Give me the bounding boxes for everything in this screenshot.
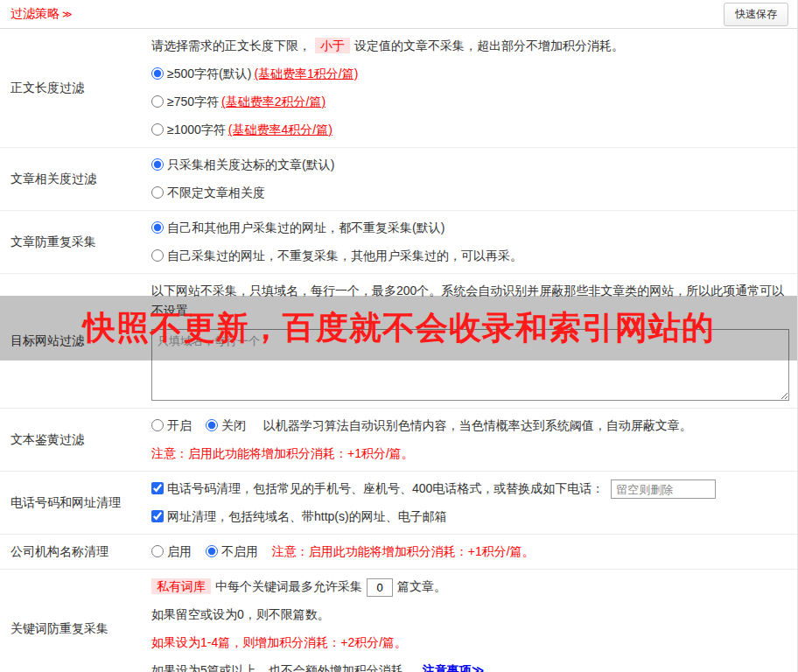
- private-vocab-highlight: 私有词库: [151, 578, 211, 594]
- dedup-radio-all-users[interactable]: [151, 221, 164, 234]
- length-option-1000-fee-link[interactable]: (基础费率4积分/篇): [228, 122, 332, 136]
- company-clean-line: 启用 不启用 注意：启用此功能将增加积分消耗：+1积分/篇。: [151, 542, 789, 562]
- keyword-dedup-line1: 私有词库中每个关键词最多允许采集篇文章。: [151, 577, 789, 597]
- porn-radio-on[interactable]: [151, 419, 164, 431]
- page-title-text: 过滤策略: [10, 6, 60, 20]
- relevance-option-strict[interactable]: 只采集相关度达标的文章(默认): [151, 155, 789, 175]
- row-company-clean: 公司机构名称清理 启用 不启用 注意：启用此功能将增加积分消耗：+1积分/篇。: [0, 535, 797, 570]
- row-label-relevance-filter: 文章相关度过滤: [0, 155, 151, 203]
- company-clean-warning: 注意：启用此功能将增加积分消耗：+1积分/篇。: [272, 544, 535, 558]
- company-radio-off[interactable]: [206, 545, 218, 557]
- row-keyword-dedup: 关键词防重复采集 私有词库中每个关键词最多允许采集篇文章。 如果留空或设为0，则…: [0, 570, 797, 672]
- intro-highlight: 小于: [315, 38, 350, 53]
- porn-filter-warning: 注意：启用此功能将增加积分消耗：+1积分/篇。: [151, 444, 789, 464]
- dedup-option-self-only-label: 自己采集过的网址，不重复采集，其他用户采集过的，可以再采。: [167, 248, 522, 262]
- replacement-phone-input[interactable]: [611, 480, 716, 499]
- porn-option-on[interactable]: 开启: [151, 418, 195, 432]
- filter-strategy-page: 过滤策略≫ 快速保存 正文长度过滤 请选择需求的正文长度下限，小于设定值的文章不…: [0, 0, 798, 672]
- relevance-filter-content: 只采集相关度达标的文章(默认) 不限定文章相关度: [151, 155, 797, 203]
- length-option-500[interactable]: ≥500字符(默认)(基础费率1积分/篇): [151, 64, 789, 84]
- length-option-1000-label: ≥1000字符: [167, 122, 226, 136]
- page-title[interactable]: 过滤策略≫: [10, 6, 73, 22]
- url-clean-checkbox[interactable]: [151, 510, 164, 522]
- row-label-keyword-dedup: 关键词防重复采集: [0, 577, 151, 672]
- url-clean-option[interactable]: 网址清理，包括纯域名、带http(s)的网址、电子邮箱: [151, 509, 447, 523]
- company-option-on-label: 启用: [167, 544, 192, 558]
- keyword-dedup-line3: 如果设为1-4篇，则增加积分消耗：+2积分/篇。: [151, 633, 789, 653]
- row-label-target-site-filter: 目标网站过滤: [0, 281, 151, 401]
- company-option-on[interactable]: 启用: [151, 544, 195, 558]
- target-site-hint: 以下网站不采集，只填域名，每行一个，最多200个。系统会自动识别并屏蔽那些非文章…: [151, 281, 789, 321]
- row-dedup-filter: 文章防重复采集 自己和其他用户采集过的网址，都不重复采集(默认) 自己采集过的网…: [0, 211, 797, 274]
- row-label-phone-url-clean: 电话号码和网址清理: [0, 479, 151, 527]
- blocked-sites-textarea[interactable]: [151, 329, 789, 401]
- page-header: 过滤策略≫ 快速保存: [0, 0, 797, 29]
- row-target-site-filter: 目标网站过滤 以下网站不采集，只填域名，每行一个，最多200个。系统会自动识别并…: [0, 274, 797, 409]
- length-option-750-fee-link[interactable]: (基础费率2积分/篇): [221, 94, 326, 108]
- keyword-dedup-line1-mid: 中每个关键词最多允许采集: [215, 579, 362, 593]
- porn-filter-desc: 以机器学习算法自动识别色情内容，当色情概率达到系统阈值，自动屏蔽文章。: [263, 418, 692, 432]
- url-clean-line: 网址清理，包括纯域名、带http(s)的网址、电子邮箱: [151, 507, 789, 527]
- length-option-1000[interactable]: ≥1000字符(基础费率4积分/篇): [151, 120, 789, 140]
- phone-clean-line: 电话号码清理，包括常见的手机号、座机号、400电话格式，或替换成如下电话：: [151, 479, 789, 499]
- keyword-dedup-line1-post: 篇文章。: [397, 579, 446, 593]
- row-label-dedup-filter: 文章防重复采集: [0, 218, 151, 266]
- relevance-radio-any[interactable]: [151, 186, 164, 199]
- company-clean-content: 启用 不启用 注意：启用此功能将增加积分消耗：+1积分/篇。: [151, 542, 797, 562]
- keyword-dedup-line4-text: 如果设为5篇或以上，也不会额外增加积分消耗。: [151, 663, 416, 672]
- relevance-option-any-label: 不限定文章相关度: [167, 186, 265, 200]
- length-filter-content: 请选择需求的正文长度下限，小于设定值的文章不采集，超出部分不增加积分消耗。 ≥5…: [151, 36, 797, 140]
- keyword-dedup-content: 私有词库中每个关键词最多允许采集篇文章。 如果留空或设为0，则不限篇数。 如果设…: [151, 577, 797, 672]
- dedup-radio-self-only[interactable]: [151, 249, 164, 262]
- keyword-dedup-line4: 如果设为5篇或以上，也不会额外增加积分消耗。注意事项≫: [151, 661, 789, 672]
- phone-clean-option[interactable]: 电话号码清理，包括常见的手机号、座机号、400电话格式，或替换成如下电话：: [151, 481, 607, 495]
- quick-save-button[interactable]: 快速保存: [724, 3, 788, 26]
- length-option-500-fee-link[interactable]: (基础费率1积分/篇): [254, 66, 358, 80]
- porn-option-on-label: 开启: [167, 418, 192, 432]
- max-collect-count-input[interactable]: [367, 578, 393, 597]
- row-label-porn-filter: 文本鉴黄过滤: [0, 416, 151, 464]
- row-label-length-filter: 正文长度过滤: [0, 36, 151, 140]
- row-porn-filter: 文本鉴黄过滤 开启 关闭 以机器学习算法自动识别色情内容，当色情概率达到系统阈值…: [0, 409, 797, 472]
- length-option-750-label: ≥750字符: [167, 94, 219, 108]
- intro-post: 设定值的文章不采集，超出部分不增加积分消耗。: [354, 38, 624, 52]
- porn-filter-content: 开启 关闭 以机器学习算法自动识别色情内容，当色情概率达到系统阈值，自动屏蔽文章…: [151, 416, 797, 464]
- length-option-500-label: ≥500字符(默认): [167, 66, 251, 80]
- phone-clean-label: 电话号码清理，包括常见的手机号、座机号、400电话格式，或替换成如下电话：: [167, 481, 604, 495]
- company-radio-on[interactable]: [151, 545, 164, 557]
- length-option-750[interactable]: ≥750字符(基础费率2积分/篇): [151, 92, 789, 112]
- phone-clean-checkbox[interactable]: [151, 482, 164, 494]
- row-label-company-clean: 公司机构名称清理: [0, 542, 151, 562]
- company-option-off-label: 不启用: [221, 544, 258, 558]
- length-filter-intro: 请选择需求的正文长度下限，小于设定值的文章不采集，超出部分不增加积分消耗。: [151, 36, 789, 56]
- porn-option-off[interactable]: 关闭: [206, 418, 249, 432]
- relevance-radio-strict[interactable]: [151, 158, 164, 171]
- length-radio-750[interactable]: [151, 95, 164, 108]
- length-radio-1000[interactable]: [151, 123, 164, 136]
- intro-pre: 请选择需求的正文长度下限，: [151, 38, 311, 52]
- porn-option-off-label: 关闭: [221, 418, 246, 432]
- row-relevance-filter: 文章相关度过滤 只采集相关度达标的文章(默认) 不限定文章相关度: [0, 148, 797, 211]
- dedup-option-self-only[interactable]: 自己采集过的网址，不重复采集，其他用户采集过的，可以再采。: [151, 246, 789, 266]
- relevance-option-strict-label: 只采集相关度达标的文章(默认): [167, 158, 334, 172]
- dedup-option-all-users-label: 自己和其他用户采集过的网址，都不重复采集(默认): [167, 220, 444, 234]
- porn-filter-options: 开启 关闭 以机器学习算法自动识别色情内容，当色情概率达到系统阈值，自动屏蔽文章…: [151, 416, 789, 436]
- porn-radio-off[interactable]: [206, 419, 218, 431]
- row-length-filter: 正文长度过滤 请选择需求的正文长度下限，小于设定值的文章不采集，超出部分不增加积…: [0, 29, 797, 148]
- dedup-filter-content: 自己和其他用户采集过的网址，都不重复采集(默认) 自己采集过的网址，不重复采集，…: [151, 218, 797, 266]
- target-site-filter-content: 以下网站不采集，只填域名，每行一个，最多200个。系统会自动识别并屏蔽那些非文章…: [151, 281, 797, 401]
- notice-link[interactable]: 注意事项≫: [423, 663, 485, 672]
- chevron-double-icon: ≫: [62, 9, 73, 19]
- row-phone-url-clean: 电话号码和网址清理 电话号码清理，包括常见的手机号、座机号、400电话格式，或替…: [0, 472, 797, 535]
- length-radio-500[interactable]: [151, 67, 164, 80]
- company-option-off[interactable]: 不启用: [206, 544, 262, 558]
- relevance-option-any[interactable]: 不限定文章相关度: [151, 183, 789, 203]
- url-clean-label: 网址清理，包括纯域名、带http(s)的网址、电子邮箱: [167, 509, 447, 523]
- dedup-option-all-users[interactable]: 自己和其他用户采集过的网址，都不重复采集(默认): [151, 218, 789, 238]
- keyword-dedup-line2: 如果留空或设为0，则不限篇数。: [151, 605, 789, 625]
- phone-url-clean-content: 电话号码清理，包括常见的手机号、座机号、400电话格式，或替换成如下电话： 网址…: [151, 479, 797, 527]
